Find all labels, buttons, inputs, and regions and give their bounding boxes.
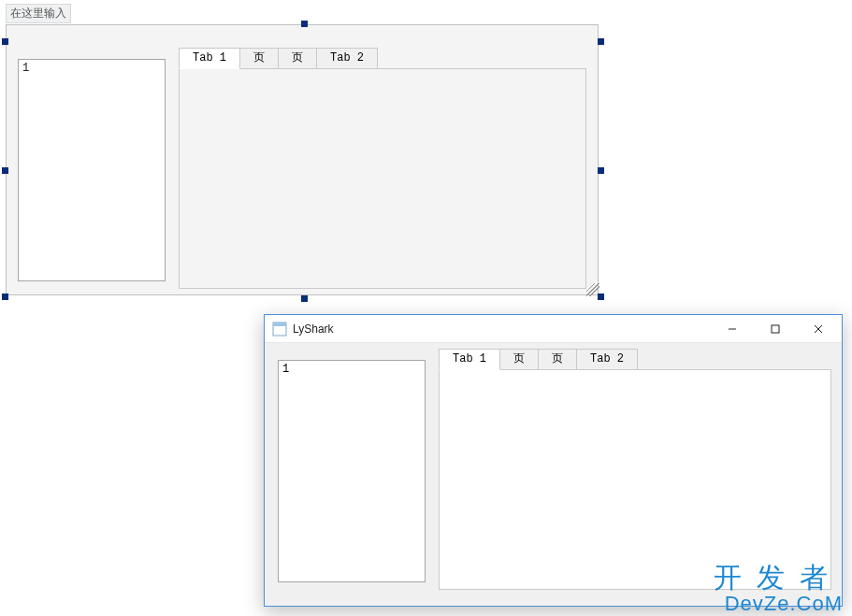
designer-panel: 在这里输入 1 Tab 1 页 页 Tab 2 [6, 4, 600, 295]
tab-widget: Tab 1 页 页 Tab 2 [439, 349, 831, 590]
tab-page-a[interactable]: 页 [239, 48, 279, 68]
client-area: 1 Tab 1 页 页 Tab 2 [265, 343, 842, 606]
list-item[interactable]: 1 [282, 363, 421, 376]
list-item[interactable]: 1 [22, 62, 161, 75]
resize-handle-n[interactable] [301, 21, 308, 27]
tab-page-b[interactable]: 页 [538, 349, 577, 369]
titlebar[interactable]: LyShark [265, 315, 842, 343]
app-icon [272, 322, 287, 337]
tab-1[interactable]: Tab 1 [439, 349, 500, 370]
resize-handle-ne[interactable] [598, 38, 604, 45]
resize-handle-w[interactable] [2, 167, 8, 174]
tab-bar: Tab 1 页 页 Tab 2 [179, 48, 586, 68]
list-widget[interactable]: 1 [18, 59, 166, 281]
tab-2[interactable]: Tab 2 [316, 48, 378, 68]
app-window: LyShark 1 Tab 1 页 页 Tab 2 [264, 314, 843, 607]
tab-page-content[interactable] [179, 68, 586, 289]
tab-page-content [439, 369, 831, 590]
resize-handle-nw[interactable] [2, 38, 8, 45]
design-form[interactable]: 1 Tab 1 页 页 Tab 2 [6, 24, 599, 295]
resize-handle-sw[interactable] [2, 294, 8, 300]
tab-2[interactable]: Tab 2 [576, 349, 638, 369]
minimize-button[interactable] [711, 315, 754, 343]
tab-1[interactable]: Tab 1 [179, 48, 240, 69]
size-grip-icon[interactable] [586, 283, 599, 296]
resize-handle-s[interactable] [301, 295, 308, 302]
tab-page-b[interactable]: 页 [278, 48, 317, 68]
tab-widget: Tab 1 页 页 Tab 2 [179, 48, 586, 289]
resize-handle-e[interactable] [598, 167, 604, 174]
svg-rect-3 [772, 325, 779, 333]
svg-rect-1 [273, 322, 286, 326]
form-title-input[interactable]: 在这里输入 [6, 4, 71, 23]
tab-page-a[interactable]: 页 [499, 349, 539, 369]
tab-bar: Tab 1 页 页 Tab 2 [439, 349, 831, 369]
list-widget[interactable]: 1 [278, 360, 426, 582]
close-button[interactable] [797, 315, 840, 343]
maximize-button[interactable] [754, 315, 797, 343]
window-title: LyShark [293, 322, 711, 336]
